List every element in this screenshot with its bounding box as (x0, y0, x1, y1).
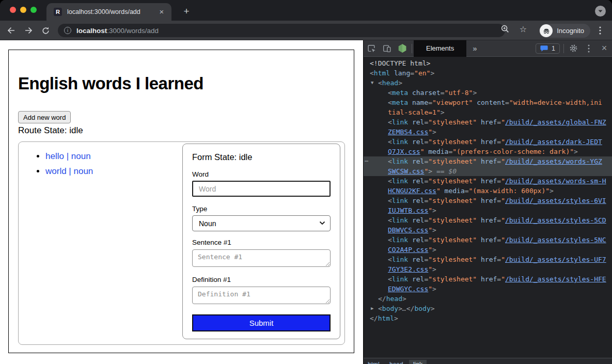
tab-search-button[interactable] (595, 6, 606, 17)
devtools-code-line[interactable]: SWCSW.css"> == $0 (364, 166, 612, 176)
devtools-code-line[interactable]: </head> (364, 294, 612, 304)
devtools-breadcrumb: html head link (364, 358, 612, 364)
devtools-close-button[interactable]: × (597, 40, 612, 57)
route-state-text: Route State: idle (18, 125, 83, 136)
browser-window: R localhost:3000/words/add × + i localho… (0, 0, 612, 364)
devtools-code-line[interactable]: <link rel="stylesheet" href="/build/_ass… (364, 117, 612, 127)
collapse-arrow-icon[interactable]: ▶ (371, 304, 373, 313)
devtools-code-line[interactable]: tial-scale=1"> (364, 107, 612, 117)
tab-strip: R localhost:3000/words/add × + (0, 0, 612, 21)
page-container: English words I learned Add new word Rou… (8, 50, 354, 353)
word-input[interactable] (192, 181, 331, 197)
word-list: hello | noun world | noun (45, 151, 93, 181)
reload-button[interactable] (39, 24, 52, 37)
devtools-code-line[interactable]: CO2A4P.css"> (364, 245, 612, 255)
add-new-word-button[interactable]: Add new word (18, 111, 71, 123)
devtools-code-line[interactable]: <link rel="stylesheet" href="/build/_ass… (364, 255, 612, 264)
devtools-code-line[interactable]: </html> (364, 313, 612, 323)
devtools-code-line[interactable]: <link rel="stylesheet" href="/build/_ass… (364, 176, 612, 186)
word-link-world[interactable]: world | noun (45, 166, 93, 176)
magnifier-plus-icon (500, 24, 510, 34)
more-actions-icon[interactable]: ⋯ (365, 156, 368, 166)
devtools-code-line[interactable]: ▶<body>…</body> (364, 304, 612, 313)
browser-toolbar: i localhost:3000/words/add ☆ Incognito (0, 21, 612, 40)
word-link-hello[interactable]: hello | noun (45, 151, 91, 161)
zoom-button[interactable] (500, 24, 510, 34)
close-window-button[interactable] (10, 7, 16, 13)
definition-label: Definition #1 (192, 276, 231, 283)
device-toolbar-button[interactable] (379, 40, 395, 57)
devtools-code-line[interactable]: DBWVCS.css"> (364, 225, 612, 235)
tab-title: localhost:3000/words/add (67, 8, 157, 15)
chevron-down-icon (598, 10, 603, 13)
inspect-element-button[interactable] (364, 40, 379, 57)
definition-textarea[interactable] (192, 287, 331, 304)
devtools-code-line[interactable]: IUJWTB.css"> (364, 205, 612, 215)
incognito-badge: Incognito (539, 24, 590, 38)
address-bar[interactable]: i localhost:3000/words/add (58, 24, 505, 37)
devtools-code-line[interactable]: <meta charset="utf-8"> (364, 88, 612, 98)
add-word-form: Form State: idle Word Type Noun Sentence… (182, 144, 340, 339)
breadcrumb-head[interactable]: head (385, 360, 407, 364)
device-toggle-icon (382, 44, 391, 53)
site-info-icon[interactable]: i (64, 27, 71, 34)
node-button[interactable] (395, 40, 410, 57)
submit-button[interactable]: Submit (192, 314, 331, 331)
form-state-text: Form State: idle (192, 152, 252, 162)
back-arrow-icon (7, 26, 16, 35)
tab-close-icon[interactable]: × (157, 7, 166, 17)
devtools-code-line[interactable]: ⋯<link rel="stylesheet" href="/build/_as… (364, 156, 612, 166)
sentence-label: Sentence #1 (192, 239, 231, 246)
maximize-window-button[interactable] (30, 7, 37, 13)
devtools-code-line[interactable]: 7GY3E2.css"> (364, 264, 612, 274)
devtools-code-line[interactable]: ZEMBS4.css"> (364, 127, 612, 137)
breadcrumb-html[interactable]: html (364, 360, 384, 364)
list-item: world | noun (45, 166, 93, 177)
message-bubble-icon (540, 45, 548, 52)
type-select[interactable]: Noun (192, 215, 331, 231)
devtools-code-line[interactable]: ▼<head> (364, 78, 612, 88)
devtools-code-line[interactable]: Q7JX.css" media="(prefers-color-scheme: … (364, 147, 612, 156)
forward-button[interactable] (22, 24, 35, 37)
devtools-code-line[interactable]: <link rel="stylesheet" href="/build/_ass… (364, 196, 612, 205)
console-message-count: 1 (552, 45, 555, 52)
devtools-code-line[interactable]: <link rel="stylesheet" href="/build/_ass… (364, 235, 612, 245)
expand-arrow-icon[interactable]: ▼ (371, 78, 373, 88)
more-panels-button[interactable]: » (466, 44, 483, 53)
kebab-menu-icon (599, 26, 601, 35)
bookmark-star-icon[interactable]: ☆ (520, 24, 527, 34)
devtools-code-line[interactable]: <html lang="en"> (364, 68, 612, 78)
divider (563, 44, 564, 53)
url-path: :3000/words/add (107, 27, 159, 35)
reload-icon (41, 26, 50, 35)
forward-arrow-icon (24, 26, 33, 35)
devtools-code-line[interactable]: <link rel="stylesheet" href="/build/_ass… (364, 137, 612, 147)
breadcrumb-link[interactable]: link (409, 360, 427, 364)
new-tab-button[interactable]: + (180, 5, 193, 18)
word-label: Word (192, 170, 209, 178)
divider (412, 44, 412, 53)
web-page: English words I learned Add new word Rou… (0, 40, 363, 364)
devtools-code-line[interactable]: HCNGU2KF.css" media="(max-width: 600px)"… (364, 186, 612, 196)
devtools-code-line[interactable]: <link rel="stylesheet" href="/build/_ass… (364, 215, 612, 225)
sentence-textarea[interactable] (192, 249, 331, 267)
minimize-window-button[interactable] (20, 7, 26, 13)
browser-tab[interactable]: R localhost:3000/words/add × (46, 3, 171, 21)
devtools-code-line[interactable]: <!DOCTYPE html> (364, 58, 612, 68)
console-messages-badge[interactable]: 1 (536, 43, 560, 54)
back-button[interactable] (5, 24, 18, 37)
tab-elements[interactable]: Elements (414, 40, 466, 57)
list-item: hello | noun (45, 151, 93, 162)
inspect-cursor-icon (367, 44, 376, 53)
devtools-code: <!DOCTYPE html><html lang="en">▼<head><m… (364, 57, 612, 358)
devtools-code-line[interactable]: <link rel="stylesheet" href="/build/_ass… (364, 274, 612, 284)
devtools-settings-button[interactable] (566, 40, 581, 57)
page-title: English words I learned (18, 74, 203, 93)
incognito-label: Incognito (557, 27, 584, 35)
nodejs-hexagon-icon (398, 43, 407, 54)
devtools-menu-button[interactable] (581, 40, 597, 57)
browser-menu-button[interactable] (594, 25, 606, 36)
devtools-code-line[interactable]: <meta name="viewport" content="width=dev… (364, 98, 612, 107)
devtools-panel: Elements » 1 × <!DOCTYPE html><html lang… (363, 40, 612, 364)
devtools-code-line[interactable]: EDWGYC.css"> (364, 284, 612, 294)
